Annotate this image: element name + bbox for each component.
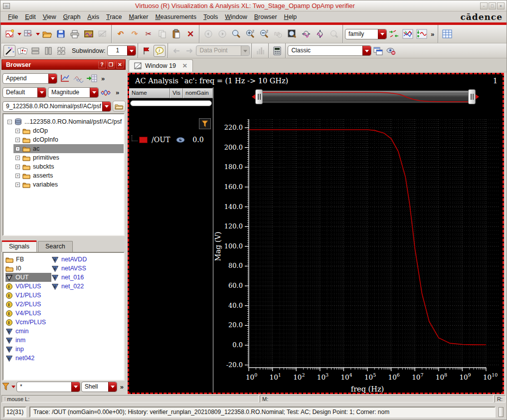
redo-button[interactable]: ↷ xyxy=(128,27,141,40)
style-combo[interactable]: Classic xyxy=(288,45,371,56)
dataset-combo[interactable]: 9_122358.0.RO.Nominal/psf/AC/psf xyxy=(2,101,111,112)
range-slider-right-handle[interactable] xyxy=(468,89,476,104)
next-zoom-icon[interactable] xyxy=(216,27,229,40)
legend-column-vis[interactable]: Vis xyxy=(170,88,183,98)
toolbar-overflow-chevron[interactable]: » xyxy=(429,30,436,38)
sweep-combo[interactable]: Default xyxy=(2,87,46,98)
undo-button[interactable]: ↶ xyxy=(114,27,127,40)
legend-funnel-button[interactable] xyxy=(199,118,211,129)
previous-zoom-icon[interactable] xyxy=(202,27,215,40)
filter-funnel-icon[interactable] xyxy=(1,382,10,391)
plot-chart-icon[interactable] xyxy=(59,73,71,83)
tab-signals[interactable]: Signals xyxy=(1,240,37,252)
signal-item-inm[interactable]: Vinm xyxy=(5,336,51,345)
menu-axis[interactable]: Axis xyxy=(84,12,103,22)
split-horizontal-button[interactable] xyxy=(29,45,41,57)
append-mode-arrow-icon[interactable] xyxy=(48,74,57,83)
tab-search[interactable]: Search xyxy=(38,241,73,252)
zoom-box-button[interactable] xyxy=(286,27,299,40)
signal-item-vcmplus[interactable]: IVcm/PLUS xyxy=(5,318,51,327)
menu-file[interactable]: File xyxy=(4,12,21,22)
signal-item-v4plus[interactable]: IV4/PLUS xyxy=(5,309,51,318)
system-menu-icon[interactable]: = xyxy=(3,3,10,9)
signal-item-net016[interactable]: Vnet_016 xyxy=(51,273,124,282)
collapse-icon[interactable]: − xyxy=(7,120,12,124)
signal-item-out[interactable]: VOUT xyxy=(5,273,51,282)
sweep-combo-arrow-icon[interactable] xyxy=(37,88,46,97)
minimize-button[interactable]: - xyxy=(480,2,488,9)
split-traces-button[interactable] xyxy=(415,27,428,40)
range-slider-left-handle[interactable] xyxy=(255,89,263,104)
zoom-waveform-icon[interactable] xyxy=(272,27,285,40)
table-view-button[interactable] xyxy=(441,27,454,40)
panel-float-button[interactable]: ❐ xyxy=(107,61,115,68)
delete-button[interactable]: ✕ xyxy=(184,27,197,40)
open-button[interactable] xyxy=(40,27,53,40)
snapshot-button[interactable] xyxy=(96,27,109,40)
histogram-icon[interactable] xyxy=(254,45,266,57)
new-graph-button[interactable] xyxy=(3,27,16,40)
menu-trace[interactable]: Trace xyxy=(103,12,126,22)
tree-item-dcop[interactable]: + dcOp xyxy=(3,126,124,135)
subwindow-combo[interactable]: 1 xyxy=(107,45,136,56)
zoom-out-button[interactable]: 2 xyxy=(258,27,271,40)
tab-close-icon[interactable]: ✕ xyxy=(179,62,187,69)
zoom-in-button[interactable]: 2 xyxy=(244,27,257,40)
expand-icon[interactable]: + xyxy=(15,147,20,151)
modifier-combo-arrow-icon[interactable] xyxy=(90,88,98,97)
family-combo-arrow-icon[interactable] xyxy=(378,29,386,39)
cut-button[interactable]: ✂ xyxy=(142,27,155,40)
expand-icon[interactable]: + xyxy=(15,183,20,187)
expand-icon[interactable]: + xyxy=(15,156,20,160)
cascade-windows-button[interactable] xyxy=(372,45,384,57)
menu-graph[interactable]: Graph xyxy=(60,12,84,22)
results-tree[interactable]: − ...122358.0.RO.Nominal/psf/AC/psf + dc… xyxy=(2,113,125,236)
tree-root-row[interactable]: − ...122358.0.RO.Nominal/psf/AC/psf xyxy=(3,117,124,126)
copy-button[interactable] xyxy=(156,27,169,40)
tree-item-variables[interactable]: + variables xyxy=(3,180,124,189)
panel-close-button[interactable]: ✕ xyxy=(116,61,124,68)
subwindow-combo-arrow-icon[interactable] xyxy=(127,46,136,55)
expand-icon[interactable]: + xyxy=(15,174,20,178)
append-mode-combo[interactable]: Append xyxy=(2,73,57,84)
legend-column-name[interactable]: Name xyxy=(129,88,170,98)
filter-dropdown-icon[interactable] xyxy=(11,386,15,390)
signal-item-v2plus[interactable]: IV2/PLUS xyxy=(5,300,51,309)
dataset-combo-arrow-icon[interactable] xyxy=(102,102,111,111)
new-subwindow-button[interactable] xyxy=(22,27,35,40)
panel-help-button[interactable]: ? xyxy=(98,61,106,68)
tree-item-subckts[interactable]: + subckts xyxy=(3,162,124,171)
export-to-table-icon[interactable] xyxy=(86,73,98,83)
menu-edit[interactable]: Edit xyxy=(21,12,39,22)
shell-combo-arrow-icon[interactable] xyxy=(108,382,117,392)
sine-wave-icon[interactable] xyxy=(100,87,112,97)
flag-button[interactable] xyxy=(141,45,153,57)
shell-combo[interactable]: Shell xyxy=(81,382,117,392)
tree-item-ac[interactable]: + ac xyxy=(3,144,124,153)
expand-icon[interactable]: + xyxy=(15,129,20,133)
signal-item-cmin[interactable]: Vcmin xyxy=(5,327,51,336)
browser-row2-chevron[interactable]: » xyxy=(114,89,121,96)
legend-filter-input[interactable] xyxy=(130,100,212,106)
split-vertical-button[interactable] xyxy=(42,45,54,57)
filter-pattern-arrow-icon[interactable] xyxy=(71,382,80,392)
menu-browser[interactable]: Browser xyxy=(251,12,281,22)
open-results-button[interactable] xyxy=(113,101,126,112)
fit-x-button[interactable] xyxy=(300,27,313,40)
plot-canvas[interactable]: -20.00.020.040.060.080.0100.0120.0140.01… xyxy=(213,105,506,396)
signal-item-v1plus[interactable]: IV1/PLUS xyxy=(5,291,51,300)
pan-left-arrow-icon[interactable] xyxy=(249,94,255,99)
tree-item-primitives[interactable]: + primitives xyxy=(3,153,124,162)
paste-button[interactable] xyxy=(170,27,183,40)
callout-button[interactable]: i xyxy=(154,45,166,57)
statusbar-resize-handle[interactable] xyxy=(499,407,504,417)
overlay-traces-button[interactable] xyxy=(401,27,414,40)
export-image-button[interactable] xyxy=(82,27,95,40)
close-button[interactable]: × xyxy=(497,2,505,9)
menu-measurements[interactable]: Measurements xyxy=(152,12,200,22)
print-button[interactable] xyxy=(68,27,81,40)
previous-point-icon[interactable] xyxy=(170,45,182,57)
signal-item-netavdd[interactable]: VnetAVDD xyxy=(51,255,124,264)
signal-item-net042[interactable]: Vnet042 xyxy=(5,354,51,363)
signal-item-netavss[interactable]: VnetAVSS xyxy=(51,264,124,273)
